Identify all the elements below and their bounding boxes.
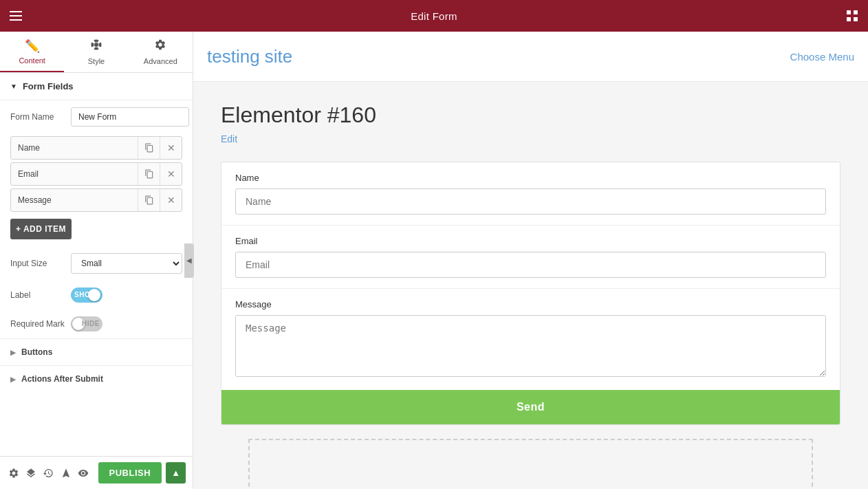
- site-title: testing site: [207, 46, 790, 67]
- required-mark-toggle-slider[interactable]: HIDE: [71, 316, 102, 332]
- tab-style[interactable]: Style: [64, 32, 128, 72]
- actions-section-header[interactable]: ▶ Actions After Submit: [0, 366, 193, 392]
- field-items-container: Name ✕ Email ✕ Message: [0, 136, 193, 212]
- label-toggle-slider[interactable]: SHOW: [71, 287, 102, 303]
- menu-icon[interactable]: [0, 0, 32, 32]
- right-content-area: testing site Choose Menu Elementor #160 …: [193, 32, 868, 489]
- label-row: Label SHOW: [0, 281, 193, 309]
- site-header: testing site Choose Menu: [193, 32, 868, 82]
- required-mark-toggle-container[interactable]: HIDE: [71, 316, 102, 332]
- required-mark-row: Required Mark HIDE: [0, 309, 193, 338]
- history-tool-button[interactable]: [42, 463, 55, 483]
- form-message-group: Message: [221, 289, 840, 390]
- form-fields-label: Form Fields: [23, 81, 74, 91]
- field-item-message-delete[interactable]: ✕: [160, 189, 182, 211]
- form-fields-arrow-icon: ▼: [10, 83, 17, 90]
- svg-rect-3: [847, 10, 851, 14]
- svg-rect-6: [854, 17, 858, 21]
- field-item-message-label[interactable]: Message: [11, 190, 138, 210]
- field-item-name-duplicate[interactable]: [138, 137, 160, 159]
- grid-icon[interactable]: [836, 0, 868, 32]
- tab-content[interactable]: ✏️ Content: [0, 32, 64, 72]
- label-label: Label: [10, 290, 65, 300]
- panel-collapse-handle[interactable]: ◀: [184, 243, 194, 278]
- tab-advanced[interactable]: Advanced: [129, 32, 193, 72]
- style-tab-icon: [90, 39, 102, 54]
- field-item-email-label[interactable]: Email: [11, 164, 138, 184]
- tab-content-label: Content: [19, 56, 45, 65]
- edit-link[interactable]: Edit: [221, 133, 840, 144]
- tabs-container: ✏️ Content Style Advanced: [0, 32, 193, 73]
- form-fields-section-header[interactable]: ▼ Form Fields: [0, 73, 193, 100]
- settings-tool-button[interactable]: [7, 463, 20, 483]
- label-toggle-container[interactable]: SHOW: [71, 287, 102, 303]
- form-name-field-input[interactable]: [235, 188, 826, 215]
- form-name-group: Name: [221, 162, 840, 226]
- field-item-email: Email ✕: [10, 162, 182, 186]
- svg-rect-5: [847, 17, 851, 21]
- contact-form: Name Email Message Send: [221, 162, 840, 425]
- page-content: Elementor #160 Edit Name Email Message: [193, 82, 868, 489]
- dashed-drop-area: [248, 439, 813, 489]
- top-bar-title: Edit Form: [32, 10, 836, 22]
- field-item-email-duplicate[interactable]: [138, 163, 160, 185]
- tab-advanced-label: Advanced: [144, 57, 177, 65]
- field-item-name: Name ✕: [10, 136, 182, 160]
- input-size-row: Input Size Extra Small Small Medium Larg…: [0, 246, 193, 281]
- buttons-section-header[interactable]: ▶ Buttons: [0, 339, 193, 365]
- add-item-button[interactable]: + ADD ITEM: [10, 219, 72, 239]
- field-item-name-label[interactable]: Name: [11, 138, 138, 158]
- form-name-row: Form Name: [0, 100, 193, 133]
- form-email-field-input[interactable]: [235, 252, 826, 278]
- svg-rect-2: [10, 19, 22, 21]
- form-name-input[interactable]: [71, 107, 189, 127]
- svg-rect-4: [854, 10, 858, 14]
- field-item-message-duplicate[interactable]: [138, 189, 160, 211]
- field-item-email-delete[interactable]: ✕: [160, 163, 182, 185]
- content-tab-icon: ✏️: [25, 39, 40, 54]
- field-item-message: Message ✕: [10, 188, 182, 212]
- buttons-section: ▶ Buttons: [0, 338, 193, 365]
- publish-button[interactable]: PUBLISH: [98, 462, 162, 483]
- buttons-section-label: Buttons: [21, 347, 52, 357]
- label-toggle[interactable]: SHOW: [71, 287, 102, 303]
- label-toggle-show-text: SHOW: [74, 291, 97, 298]
- svg-point-7: [94, 43, 98, 47]
- advanced-tab-icon: [154, 39, 166, 54]
- required-mark-toggle-hide-text: HIDE: [82, 320, 100, 327]
- actions-arrow-icon: ▶: [10, 376, 16, 383]
- form-name-field-label: Name: [235, 173, 826, 183]
- input-size-label: Input Size: [10, 259, 65, 268]
- field-item-name-delete[interactable]: ✕: [160, 137, 182, 159]
- page-title: Elementor #160: [221, 102, 840, 128]
- bottom-toolbar: PUBLISH ▲: [0, 456, 193, 489]
- form-message-field-label: Message: [235, 299, 826, 309]
- tab-style-label: Style: [88, 57, 105, 65]
- preview-tool-button[interactable]: [76, 463, 89, 483]
- layers-tool-button[interactable]: [24, 463, 37, 483]
- required-mark-label: Required Mark: [10, 319, 65, 329]
- required-mark-toggle[interactable]: HIDE: [71, 316, 102, 332]
- form-email-group: Email: [221, 226, 840, 289]
- actions-section: ▶ Actions After Submit: [0, 365, 193, 392]
- svg-rect-0: [10, 11, 22, 12]
- panel-content: ▼ Form Fields Form Name Name ✕: [0, 73, 193, 456]
- input-size-select[interactable]: Extra Small Small Medium Large Extra Lar…: [71, 253, 182, 274]
- form-name-label: Form Name: [10, 112, 65, 122]
- buttons-arrow-icon: ▶: [10, 349, 16, 356]
- svg-rect-1: [10, 15, 22, 17]
- navigator-tool-button[interactable]: [59, 463, 72, 483]
- choose-menu-link[interactable]: Choose Menu: [790, 51, 854, 63]
- form-send-button[interactable]: Send: [221, 390, 840, 424]
- form-message-field-textarea[interactable]: [235, 315, 826, 377]
- actions-section-label: Actions After Submit: [21, 374, 103, 384]
- form-email-field-label: Email: [235, 236, 826, 246]
- publish-arrow-button[interactable]: ▲: [166, 462, 186, 483]
